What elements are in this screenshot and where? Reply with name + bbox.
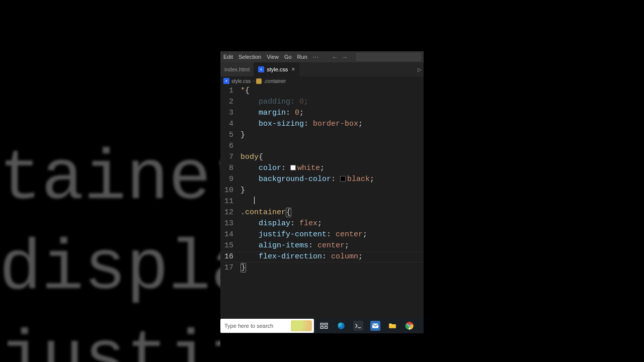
split-editor-icon[interactable]: ▷	[416, 62, 424, 76]
nav-forward-icon[interactable]: →	[341, 53, 348, 61]
breadcrumb-file[interactable]: style.css	[231, 78, 251, 84]
taskbar-search[interactable]: Type here to search	[220, 319, 314, 333]
terminal-icon[interactable]	[353, 321, 363, 331]
svg-point-14	[409, 325, 410, 326]
tab-index-html[interactable]: index.html	[220, 62, 254, 76]
svg-rect-6	[320, 327, 323, 329]
menu-go[interactable]: Go	[284, 54, 292, 60]
edge-icon[interactable]	[336, 321, 346, 331]
svg-rect-4	[320, 323, 323, 325]
tab-close-icon[interactable]: ×	[291, 66, 295, 73]
line-numbers: 1234567891011121314151617	[220, 85, 240, 325]
svg-text:#: #	[226, 79, 227, 82]
search-widget-icon	[291, 320, 312, 331]
svg-rect-5	[325, 323, 328, 325]
svg-point-8	[338, 322, 345, 329]
menu-edit[interactable]: Edit	[223, 54, 233, 60]
nav-back-icon[interactable]: ←	[332, 53, 338, 61]
vscode-window: Edit Selection View Go Run ··· ← → index…	[220, 51, 424, 332]
code-editor[interactable]: 1234567891011121314151617 *{ padding: 0;…	[220, 85, 424, 325]
menu-bar: Edit Selection View Go Run ··· ← →	[220, 51, 424, 62]
tab-label: style.css	[267, 66, 288, 72]
tab-style-css[interactable]: # style.css ×	[254, 62, 299, 76]
chrome-icon[interactable]	[405, 321, 415, 331]
search-placeholder: Type here to search	[224, 323, 273, 329]
windows-taskbar: Type here to search	[220, 318, 424, 333]
menu-more-icon[interactable]: ···	[313, 54, 319, 60]
svg-text:#: #	[261, 68, 262, 71]
file-explorer-icon[interactable]	[387, 321, 397, 331]
breadcrumb-symbol-icon	[256, 78, 262, 84]
menu-run[interactable]: Run	[297, 54, 307, 60]
tab-file-icon: #	[258, 66, 264, 72]
taskview-icon[interactable]	[319, 321, 329, 331]
code-content[interactable]: *{ padding: 0; margin: 0; box-sizing: bo…	[240, 85, 424, 325]
mail-icon[interactable]	[370, 321, 380, 331]
menu-selection[interactable]: Selection	[238, 54, 261, 60]
breadcrumb-symbol[interactable]: .container	[264, 78, 286, 84]
phone-crop: Edit Selection View Go Run ··· ← → index…	[220, 0, 424, 362]
chevron-right-icon: ›	[253, 78, 254, 83]
menu-view[interactable]: View	[267, 54, 279, 60]
svg-rect-10	[389, 325, 396, 328]
breadcrumb-file-icon: #	[223, 78, 229, 84]
command-center-search[interactable]	[356, 53, 421, 61]
svg-rect-7	[325, 327, 328, 329]
tab-label: index.html	[224, 66, 250, 72]
breadcrumb: # style.css › .container	[220, 76, 424, 85]
tab-bar: index.html # style.css × ▷	[220, 62, 424, 76]
